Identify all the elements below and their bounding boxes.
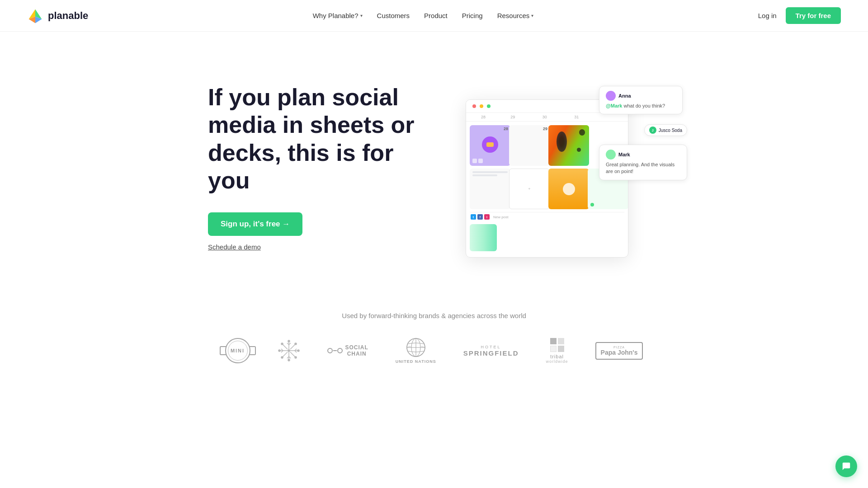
window-close-dot	[472, 104, 476, 108]
schedule-demo-link[interactable]: Schedule a demo	[208, 243, 434, 251]
new-post-hint: New post	[493, 215, 508, 219]
window-expand-dot	[487, 104, 491, 108]
cal-cell-6	[548, 169, 589, 209]
nav-why-planable[interactable]: Why Planable? ▾	[313, 12, 363, 19]
cal-cell-4	[470, 169, 510, 209]
window-minimize-dot	[480, 104, 483, 108]
chat-bubble-mark: Mark Great planning. And the visuals are…	[599, 145, 687, 180]
springfield-logo: HOTEL SPRINGFIELD	[463, 345, 519, 357]
mini-logo: MINI	[225, 338, 250, 363]
chat-bubble-anna: Anna @Mark what do you think?	[599, 86, 683, 114]
egg-yolk	[563, 183, 575, 195]
tribal-worldwide-logo: tribal worldwide	[546, 338, 568, 364]
social-chain-logo: SOCIAL CHAIN	[327, 344, 368, 357]
hero-title: If you plan social media in sheets or de…	[208, 84, 434, 194]
chevron-down-icon: ▾	[360, 13, 363, 18]
svg-line-19	[283, 352, 288, 357]
brands-grid: MINI	[27, 338, 841, 364]
svg-point-4	[288, 350, 290, 352]
cal-cell-1: 28	[470, 125, 510, 166]
hero-content: If you plan social media in sheets or de…	[208, 84, 434, 251]
logo-text: planable	[48, 10, 88, 22]
tribal-squares-icon	[550, 338, 564, 352]
try-free-button[interactable]: Try for free	[786, 7, 841, 24]
cal-cell-5: +	[509, 169, 550, 209]
svg-point-12	[297, 350, 299, 352]
svg-point-14	[281, 343, 283, 345]
svg-line-15	[290, 352, 295, 357]
brand-dot-icon: J	[649, 127, 656, 134]
papa-johns-logo: PIZZA Papa John's	[595, 342, 643, 360]
logo[interactable]: planable	[27, 8, 88, 24]
anna-message: @Mark what do you think?	[606, 103, 676, 109]
hero-mockup: 28 29 30 31 28	[434, 77, 723, 258]
brand-tag: J Jusco Soda	[644, 124, 687, 136]
nav-links: Why Planable? ▾ Customers Product Pricin…	[313, 12, 534, 19]
anna-avatar	[606, 91, 616, 101]
mark-message: Great planning. And the visuals are on p…	[606, 161, 680, 175]
hero-section: If you plan social media in sheets or de…	[118, 32, 750, 294]
svg-point-6	[288, 340, 290, 342]
svg-point-10	[278, 350, 280, 352]
cal-cell-3: 30	[548, 125, 589, 166]
brands-section: Used by forward-thinking brands & agenci…	[0, 294, 868, 391]
svg-point-18	[295, 343, 297, 345]
chevron-down-icon-2: ▾	[531, 13, 533, 18]
united-nations-logo: UNITED NATIONS	[396, 338, 436, 364]
nav-resources[interactable]: Resources ▾	[497, 12, 534, 19]
svg-point-16	[295, 357, 297, 358]
svg-point-8	[288, 359, 290, 361]
svg-line-17	[290, 344, 295, 349]
cal-cell-8	[470, 224, 497, 251]
signup-button[interactable]: Sign up, it's free →	[208, 212, 302, 236]
snowflake-logo	[278, 339, 300, 362]
nav-actions: Log in Try for free	[758, 7, 841, 24]
nav-customers[interactable]: Customers	[377, 12, 410, 19]
nav-pricing[interactable]: Pricing	[462, 12, 483, 19]
nav-product[interactable]: Product	[424, 12, 448, 19]
svg-point-20	[281, 357, 283, 358]
brands-headline: Used by forward-thinking brands & agenci…	[27, 312, 841, 319]
mark-avatar	[606, 150, 616, 160]
svg-line-13	[283, 344, 288, 349]
navbar: planable Why Planable? ▾ Customers Produ…	[0, 0, 868, 32]
login-button[interactable]: Log in	[758, 12, 777, 19]
hero-cta: Sign up, it's free → Schedule a demo	[208, 212, 434, 251]
cal-cell-2: 29	[509, 125, 550, 166]
